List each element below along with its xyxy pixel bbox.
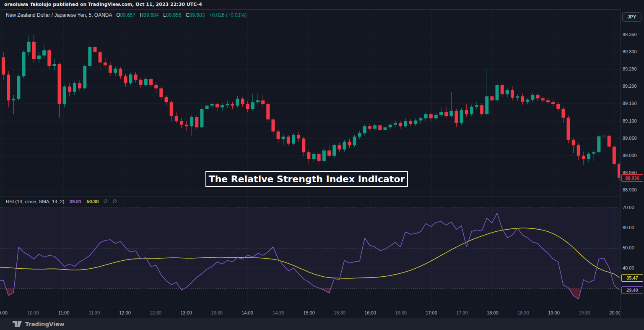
rsi-axis-label: 50.00 xyxy=(623,245,634,250)
price-pane[interactable]: New Zealand Dollar / Japanese Yen, 5, OA… xyxy=(0,9,621,196)
price-axis-label: 89.200 xyxy=(623,84,637,89)
rsi-title[interactable]: RSI (14, close, SMA, 14, 2) xyxy=(6,199,64,204)
time-axis-label: 14:00 xyxy=(242,310,253,315)
time-axis-label: 12:00 xyxy=(119,310,131,315)
time-axis-label: 15:00 xyxy=(303,310,315,315)
last-price-badge: 88.936 xyxy=(621,174,643,182)
high-label: H xyxy=(140,12,144,18)
time-axis-label: 10:30 xyxy=(27,310,39,315)
currency-button[interactable]: JPY xyxy=(622,12,641,22)
low-value: 89.656 xyxy=(166,12,182,18)
pane-divider[interactable] xyxy=(0,196,644,196)
divider xyxy=(0,307,644,307)
time-axis-label: 13:30 xyxy=(211,310,223,315)
open-label: O xyxy=(116,12,120,18)
time-axis-label: 19:30 xyxy=(579,310,590,315)
candlestick-canvas[interactable] xyxy=(0,9,621,196)
rsi-value: 39.81 xyxy=(70,199,82,204)
rsi-empty-value-2: ∅ xyxy=(112,199,117,204)
change-value: +0.026 (+0.03%) xyxy=(209,12,247,18)
price-axis-label: 89.250 xyxy=(623,66,637,71)
time-axis-label: 10:00 xyxy=(0,310,8,315)
time-axis-label: 16:00 xyxy=(364,310,376,315)
time-axis-label: 15:30 xyxy=(334,310,345,315)
time-axis-label: 12:30 xyxy=(150,310,161,315)
price-axis-label: 89.050 xyxy=(623,136,637,141)
rsi-axis-label: 70.00 xyxy=(623,205,634,210)
time-axis-label: 13:00 xyxy=(180,310,192,315)
title-text: The Relative Strength Index Indicator xyxy=(209,174,405,184)
low-label: L xyxy=(163,12,166,18)
open-value: 89.657 xyxy=(120,12,136,18)
time-axis[interactable]: 10:0010:3011:0011:3012:0012:3013:0013:30… xyxy=(0,307,621,318)
price-axis-label: 89.000 xyxy=(623,153,637,158)
time-axis-label: 17:30 xyxy=(456,310,468,315)
price-axis-panel[interactable]: JPY 89.35089.30089.25089.20089.15089.100… xyxy=(621,9,644,318)
tradingview-logo-icon[interactable] xyxy=(13,321,22,327)
time-axis-label: 18:30 xyxy=(517,310,529,315)
time-axis-label: 16:30 xyxy=(395,310,407,315)
close-value: 89.683 xyxy=(190,12,205,18)
high-value: 89.684 xyxy=(143,12,159,18)
time-axis-label: 19:00 xyxy=(548,310,560,315)
rsi-legend[interactable]: RSI (14, close, SMA, 14, 2) 39.81 50.30 … xyxy=(6,199,117,204)
price-axis-label: 89.150 xyxy=(623,101,637,106)
footer-bar: TradingView xyxy=(0,318,644,330)
symbol-legend[interactable]: New Zealand Dollar / Japanese Yen, 5, OA… xyxy=(6,12,247,18)
rsi-sma-badge: 35.47 xyxy=(621,274,643,282)
publish-bar: oreoluwa_fakolujo published on TradingVi… xyxy=(0,0,644,9)
time-axis-label: 11:00 xyxy=(58,310,70,315)
rsi-pane[interactable]: RSI (14, close, SMA, 14, 2) 39.81 50.30 … xyxy=(0,196,621,307)
tradingview-snapshot: oreoluwa_fakolujo published on TradingVi… xyxy=(0,0,644,330)
price-axis-label: 88.900 xyxy=(623,187,637,192)
time-axis-label: 11:30 xyxy=(89,310,100,315)
rsi-sma-value: 50.30 xyxy=(87,199,99,204)
rsi-axis-label: 60.00 xyxy=(623,225,634,230)
rsi-value-badge: 29.40 xyxy=(621,286,643,294)
time-axis-label: 18:00 xyxy=(487,310,499,315)
symbol-title[interactable]: New Zealand Dollar / Japanese Yen, 5, OA… xyxy=(6,12,112,18)
rsi-canvas[interactable] xyxy=(0,196,621,307)
price-axis-label: 89.100 xyxy=(623,118,637,123)
time-axis-label: 20:00 xyxy=(609,310,621,315)
publish-text: oreoluwa_fakolujo published on TradingVi… xyxy=(4,2,202,7)
price-axis-label: 89.350 xyxy=(623,32,637,37)
rsi-axis-label: 40.00 xyxy=(623,265,634,270)
close-label: C xyxy=(186,12,190,18)
rsi-empty-value-1: ∅ xyxy=(104,199,108,204)
price-axis-label: 89.300 xyxy=(623,49,637,54)
time-axis-label: 17:00 xyxy=(426,310,437,315)
time-axis-label: 14:30 xyxy=(273,310,284,315)
title-overlay: The Relative Strength Index Indicator xyxy=(205,171,408,187)
brand-name: TradingView xyxy=(25,321,65,327)
